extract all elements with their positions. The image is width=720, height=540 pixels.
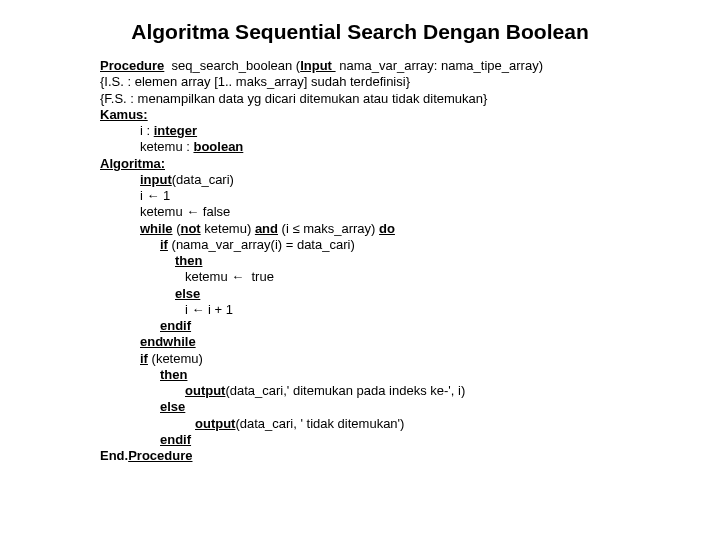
code-line: {I.S. : elemen array [1.. maks_array] su… — [100, 74, 620, 90]
code-line: Procedure seq_search_boolean (Input nama… — [100, 58, 620, 74]
code-line: Algoritma: — [100, 156, 620, 172]
code-line: ketemu : boolean — [100, 139, 620, 155]
code-line: else — [100, 286, 620, 302]
code-line: ketemu ← false — [100, 204, 620, 220]
code-line: if (nama_var_array(i) = data_cari) — [100, 237, 620, 253]
code-line: {F.S. : menampilkan data yg dicari ditem… — [100, 91, 620, 107]
page-title: Algoritma Sequential Search Dengan Boole… — [100, 20, 620, 44]
algorithm-code: Procedure seq_search_boolean (Input nama… — [100, 58, 620, 464]
code-line: output(data_cari, ' tidak ditemukan') — [100, 416, 620, 432]
code-line: i : integer — [100, 123, 620, 139]
code-line: i ← 1 — [100, 188, 620, 204]
code-line: ketemu ← true — [100, 269, 620, 285]
code-line: output(data_cari,' ditemukan pada indeks… — [100, 383, 620, 399]
code-line: else — [100, 399, 620, 415]
code-line: input(data_cari) — [100, 172, 620, 188]
code-line: endif — [100, 318, 620, 334]
code-line: i ← i + 1 — [100, 302, 620, 318]
code-line: then — [100, 367, 620, 383]
code-line: if (ketemu) — [100, 351, 620, 367]
code-line: then — [100, 253, 620, 269]
code-line: Kamus: — [100, 107, 620, 123]
code-line: while (not ketemu) and (i ≤ maks_array) … — [100, 221, 620, 237]
code-line: endwhile — [100, 334, 620, 350]
code-line: endif — [100, 432, 620, 448]
code-line: End.Procedure — [100, 448, 620, 464]
